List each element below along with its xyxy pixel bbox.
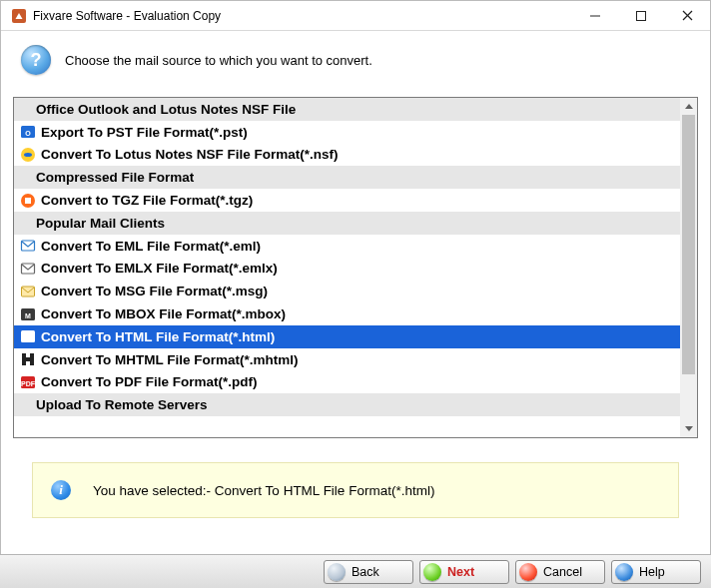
tgz-icon [19, 192, 37, 210]
svg-rect-17 [30, 353, 34, 365]
list-item[interactable]: PDFConvert To PDF File Format(*.pdf) [14, 371, 680, 394]
list-item-label: Convert to TGZ File Format(*.tgz) [41, 193, 253, 208]
list-item-label: Convert To PDF File Format(*.pdf) [41, 374, 258, 389]
list-category: Compressed File Format [14, 166, 680, 189]
app-icon [11, 8, 27, 24]
prompt-text: Choose the mail source to which you want… [65, 53, 372, 68]
svg-text:M: M [25, 312, 31, 319]
scroll-up-button[interactable] [680, 98, 697, 115]
mhtml-icon [19, 350, 37, 368]
window-controls [572, 1, 710, 30]
cancel-icon [519, 563, 537, 581]
list-item-label: Convert To MSG File Format(*.msg) [41, 284, 268, 298]
scrollbar[interactable] [680, 98, 697, 437]
scroll-thumb[interactable] [682, 115, 695, 374]
list-item[interactable]: Convert To MSG File Format(*.msg) [14, 280, 680, 302]
list-item[interactable]: OExport To PST File Format(*.pst) [14, 121, 680, 144]
list-item[interactable]: Convert To EML File Format(*.eml) [14, 235, 680, 258]
list-item-label: Convert To MBOX File Format(*.mbox) [41, 306, 286, 321]
scroll-track[interactable] [680, 115, 697, 420]
list-item[interactable]: Convert To HTML File Format(*.html) [14, 325, 680, 348]
back-button[interactable]: Back [324, 560, 413, 584]
svg-rect-12 [22, 287, 35, 296]
list-item-label: Office Outlook and Lotus Notes NSF File [36, 102, 296, 117]
list-item-label: Convert To EML File Format(*.eml) [41, 239, 261, 254]
html-icon [19, 327, 37, 345]
nsf-icon [19, 146, 37, 164]
minimize-button[interactable] [572, 1, 618, 30]
cancel-button[interactable]: Cancel [515, 560, 605, 584]
help-icon [615, 563, 633, 581]
list-item-label: Convert To Lotus Notes NSF File Format(*… [41, 147, 339, 162]
svg-rect-16 [22, 353, 26, 365]
svg-text:O: O [25, 130, 31, 137]
close-button[interactable] [664, 1, 710, 30]
svg-rect-18 [26, 357, 30, 361]
list-item[interactable]: Convert To MHTML File Format(*.mhtml) [14, 348, 680, 371]
next-button[interactable]: Next [419, 560, 509, 584]
scroll-down-button[interactable] [680, 420, 697, 437]
emlx-icon [19, 260, 37, 278]
format-list-container: Office Outlook and Lotus Notes NSF FileO… [13, 97, 698, 438]
list-item[interactable]: Convert To Lotus Notes NSF File Format(*… [14, 144, 680, 167]
list-item[interactable]: Convert To EMLX File Format(*.emlx) [14, 258, 680, 281]
list-item-label: Convert To HTML File Format(*.html) [41, 329, 275, 344]
list-item[interactable]: Convert to TGZ File Format(*.tgz) [14, 189, 680, 212]
info-icon: i [51, 480, 71, 500]
outlook-icon: O [19, 123, 37, 141]
list-item-label: Compressed File Format [36, 170, 194, 185]
help-button[interactable]: Help [611, 560, 701, 584]
eml-icon [19, 237, 37, 255]
list-item[interactable]: MConvert To MBOX File Format(*.mbox) [14, 302, 680, 325]
back-icon [328, 563, 346, 581]
svg-rect-2 [637, 11, 646, 20]
footer: Back Next Cancel Help [0, 554, 711, 588]
selection-notice: i You have selected:- Convert To HTML Fi… [32, 462, 679, 518]
list-category: Popular Mail Clients [14, 212, 680, 235]
svg-rect-9 [25, 198, 31, 204]
maximize-button[interactable] [618, 1, 664, 30]
list-category: Upload To Remote Servers [14, 393, 680, 416]
format-list: Office Outlook and Lotus Notes NSF FileO… [14, 98, 680, 437]
question-icon: ? [21, 45, 51, 75]
notice-text: You have selected:- Convert To HTML File… [93, 483, 434, 498]
window-title: Fixvare Software - Evaluation Copy [33, 9, 221, 23]
list-item-label: Popular Mail Clients [36, 216, 165, 231]
list-item-label: Upload To Remote Servers [36, 397, 208, 412]
header: ? Choose the mail source to which you wa… [1, 31, 710, 97]
msg-icon [19, 283, 37, 300]
window-titlebar: Fixvare Software - Evaluation Copy [1, 1, 710, 31]
list-item-label: Export To PST File Format(*.pst) [41, 125, 248, 140]
list-category: Office Outlook and Lotus Notes NSF File [14, 98, 680, 121]
list-item-label: Convert To MHTML File Format(*.mhtml) [41, 352, 299, 367]
mbox-icon: M [19, 305, 37, 323]
next-icon [423, 563, 441, 581]
pdf-icon: PDF [19, 373, 37, 391]
svg-text:PDF: PDF [21, 380, 36, 387]
list-item-label: Convert To EMLX File Format(*.emlx) [41, 261, 278, 276]
svg-rect-15 [21, 330, 35, 342]
